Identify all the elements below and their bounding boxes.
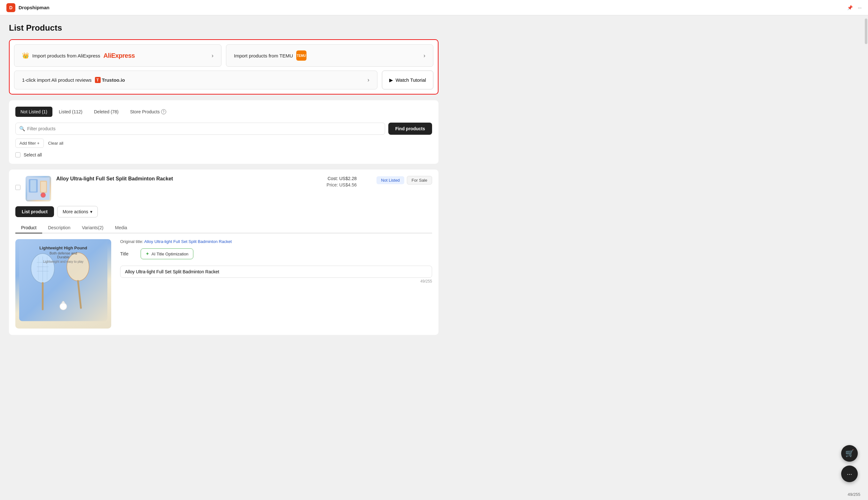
main-content: List Products 👑 Import products from Ali… bbox=[0, 15, 447, 343]
aliexpress-card-label: Import products from AliExpress bbox=[32, 53, 100, 58]
trustoo-chevron-icon: › bbox=[368, 77, 369, 83]
original-title-label: Original title: bbox=[120, 239, 143, 244]
product-thumbnail-svg bbox=[27, 178, 49, 200]
import-row-top: 👑 Import products from AliExpress AliExp… bbox=[14, 44, 433, 67]
tab-not-listed[interactable]: Not Listed (1) bbox=[15, 107, 53, 117]
tabs-row: Not Listed (1) Listed (112) Deleted (78)… bbox=[15, 107, 432, 117]
search-icon: 🔍 bbox=[19, 126, 25, 132]
aliexpress-import-card[interactable]: 👑 Import products from AliExpress AliExp… bbox=[14, 44, 222, 67]
find-products-button[interactable]: Find products bbox=[388, 123, 432, 135]
add-filter-button[interactable]: Add filter + bbox=[15, 139, 44, 148]
import-section: 👑 Import products from AliExpress AliExp… bbox=[9, 39, 438, 94]
sub-tab-media[interactable]: Media bbox=[109, 223, 133, 234]
product-info: Alloy Ultra-light Full Set Split Badmint… bbox=[56, 176, 300, 183]
app-name: Dropshipman bbox=[19, 5, 49, 10]
product-img-inner bbox=[25, 176, 51, 202]
select-all-checkbox[interactable] bbox=[15, 152, 21, 157]
title-input-area: 49/255 bbox=[120, 264, 432, 284]
more-actions-label: More actions bbox=[63, 209, 88, 214]
more-actions-chevron-icon: ▾ bbox=[90, 209, 92, 214]
select-all-label: Select all bbox=[24, 152, 42, 157]
tab-listed[interactable]: Listed (112) bbox=[54, 107, 88, 117]
image-text-line1: Lightweight High Pound bbox=[39, 246, 87, 250]
temu-card-left: Import products from TEMU TEMU bbox=[234, 50, 307, 61]
page-title: List Products bbox=[9, 23, 438, 33]
sub-tab-variants[interactable]: Variants(2) bbox=[76, 223, 109, 234]
trustoo-import-card[interactable]: 1-click import Ali product reviews T Tru… bbox=[14, 70, 377, 89]
temu-chevron-icon: › bbox=[423, 52, 425, 59]
more-actions-button[interactable]: More actions ▾ bbox=[57, 206, 98, 217]
ai-sparkle-icon: ✦ bbox=[145, 251, 149, 257]
aliexpress-card-left: 👑 Import products from AliExpress AliExp… bbox=[22, 52, 135, 59]
svg-point-18 bbox=[60, 303, 67, 310]
temu-card-label: Import products from TEMU bbox=[234, 53, 293, 58]
char-count: 49/255 bbox=[120, 279, 432, 284]
search-row: 🔍 Find products bbox=[15, 123, 432, 135]
trustoo-logo: T Trustoo.io bbox=[95, 77, 125, 83]
pin-icon[interactable]: 📌 bbox=[847, 5, 853, 10]
trustoo-t-icon: T bbox=[95, 77, 101, 83]
sub-tab-product[interactable]: Product bbox=[15, 223, 42, 234]
temu-import-card[interactable]: Import products from TEMU TEMU › bbox=[226, 44, 433, 67]
sub-tabs: Product Description Variants(2) Media bbox=[15, 223, 432, 234]
topbar: D Dropshipman 📌 ··· bbox=[0, 0, 868, 15]
product-image-overlay-text: Lightweight High Pound Both defense and … bbox=[39, 246, 87, 263]
store-products-help-icon[interactable]: ? bbox=[161, 109, 166, 114]
list-product-button[interactable]: List product bbox=[15, 206, 54, 217]
import-row-bottom: 1-click import Ali product reviews T Tru… bbox=[14, 70, 433, 89]
store-products-label: Store Products bbox=[130, 109, 160, 114]
product-checkbox[interactable] bbox=[15, 185, 21, 190]
watch-tutorial-label: Watch Tutorial bbox=[396, 77, 426, 83]
watch-tutorial-button[interactable]: ▶ Watch Tutorial bbox=[382, 70, 433, 89]
logo-letter: D bbox=[9, 5, 12, 10]
product-name: Alloy Ultra-light Full Set Split Badmint… bbox=[56, 176, 300, 182]
svg-point-6 bbox=[42, 193, 45, 197]
topbar-right: 📌 ··· bbox=[847, 5, 861, 10]
filter-row: Add filter + Clear all bbox=[15, 139, 432, 148]
title-field-label: Title bbox=[120, 251, 136, 257]
product-image-large: Lightweight High Pound Both defense and … bbox=[15, 239, 111, 329]
product-cost: Cost: US$2.28 bbox=[305, 176, 357, 181]
aliexpress-chevron-icon: › bbox=[212, 52, 213, 59]
for-sale-badge: For Sale bbox=[407, 176, 432, 184]
original-title-link[interactable]: Alloy Ultra-light Full Set Split Badmint… bbox=[144, 239, 232, 244]
tab-store-products[interactable]: Store Products ? bbox=[125, 107, 171, 117]
not-listed-badge: Not Listed bbox=[377, 176, 404, 184]
aliexpress-logo: AliExpress bbox=[103, 52, 135, 59]
scrollbar bbox=[864, 15, 868, 343]
title-field-row: Title ✦ AI Title Optimization bbox=[120, 248, 432, 259]
crown-icon: 👑 bbox=[22, 52, 29, 59]
sub-tab-description[interactable]: Description bbox=[42, 223, 76, 234]
select-all-row: Select all bbox=[15, 152, 432, 157]
scrollbar-thumb[interactable] bbox=[865, 19, 867, 44]
title-input[interactable] bbox=[120, 266, 432, 278]
product-thumbnail bbox=[25, 176, 51, 202]
product-header: Alloy Ultra-light Full Set Split Badmint… bbox=[15, 176, 432, 202]
ai-title-optimization-button[interactable]: ✦ AI Title Optimization bbox=[141, 248, 193, 259]
temu-badge-text: TEMU bbox=[297, 54, 306, 57]
clear-all-button[interactable]: Clear all bbox=[48, 141, 64, 146]
ai-btn-label: AI Title Optimization bbox=[152, 252, 189, 257]
trustoo-card-label: 1-click import Ali product reviews bbox=[22, 77, 92, 83]
product-card: Alloy Ultra-light Full Set Split Badmint… bbox=[9, 170, 438, 335]
image-text-line2: Both defense and bbox=[39, 251, 87, 255]
product-price: Price: US$4.56 bbox=[305, 182, 357, 188]
image-subtext: Lightweight and easy to play bbox=[39, 260, 87, 263]
app-logo: D bbox=[7, 3, 15, 12]
action-row: List product More actions ▾ bbox=[15, 206, 432, 217]
trustoo-card-left: 1-click import Ali product reviews T Tru… bbox=[22, 77, 125, 83]
more-options-icon[interactable]: ··· bbox=[858, 5, 861, 10]
tab-deleted[interactable]: Deleted (78) bbox=[89, 107, 124, 117]
product-pricing: Cost: US$2.28 Price: US$4.56 bbox=[305, 176, 357, 188]
topbar-left: D Dropshipman bbox=[7, 3, 49, 12]
product-form: Original title: Alloy Ultra-light Full S… bbox=[120, 239, 432, 329]
svg-rect-4 bbox=[41, 182, 46, 192]
filter-products-input[interactable] bbox=[15, 123, 385, 135]
trustoo-name: Trustoo.io bbox=[102, 77, 125, 83]
products-panel: Not Listed (1) Listed (112) Deleted (78)… bbox=[9, 100, 438, 164]
image-text-line3: Durable bbox=[39, 255, 87, 259]
status-badges: Not Listed For Sale bbox=[362, 176, 432, 184]
product-detail-area: Lightweight High Pound Both defense and … bbox=[15, 239, 432, 329]
original-title-row: Original title: Alloy Ultra-light Full S… bbox=[120, 239, 432, 244]
play-icon: ▶ bbox=[389, 77, 393, 83]
